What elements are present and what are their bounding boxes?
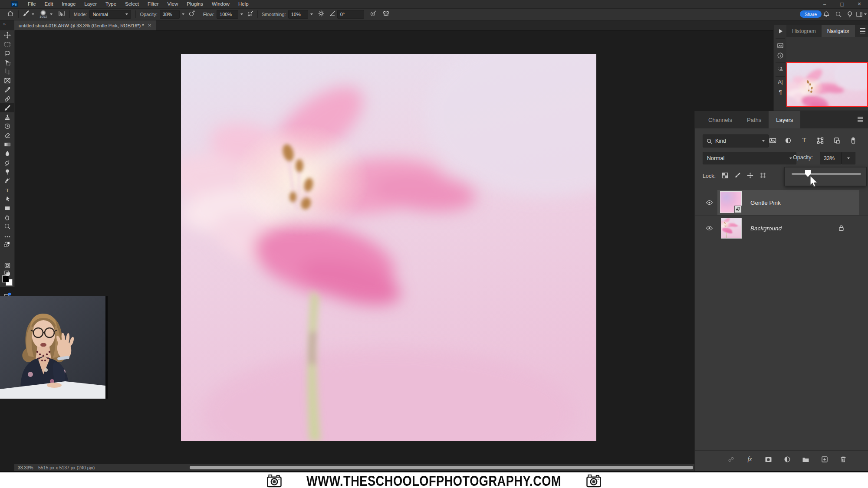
libraries-panel-icon[interactable] bbox=[774, 42, 787, 49]
add-layer-mask-icon[interactable] bbox=[759, 456, 778, 463]
layer-style-fx-icon[interactable]: fx bbox=[740, 456, 759, 463]
menu-view[interactable]: View bbox=[163, 0, 183, 8]
learn-lightbulb-icon[interactable] bbox=[846, 11, 853, 20]
menu-plugins[interactable]: Plugins bbox=[182, 0, 207, 8]
search-icon[interactable] bbox=[835, 11, 842, 20]
flow-input[interactable]: 100% bbox=[217, 10, 238, 19]
workspace-switcher-icon[interactable] bbox=[856, 11, 863, 20]
menu-type[interactable]: Type bbox=[101, 0, 121, 8]
character-panel-icon[interactable]: A| bbox=[774, 79, 787, 85]
link-layers-icon[interactable] bbox=[722, 456, 740, 463]
eyedropper-tool[interactable] bbox=[0, 85, 14, 94]
menu-window[interactable]: Window bbox=[207, 0, 234, 8]
navigator-panel-menu-icon[interactable] bbox=[860, 28, 865, 33]
pen-tool[interactable] bbox=[0, 176, 14, 185]
mode-select[interactable]: Normal bbox=[89, 10, 131, 19]
spot-healing-brush-tool[interactable] bbox=[0, 94, 14, 103]
zoom-level-field[interactable]: 33.33% bbox=[18, 465, 33, 470]
rectangular-marquee-tool[interactable] bbox=[0, 39, 14, 49]
menu-select[interactable]: Select bbox=[121, 0, 143, 8]
new-adjustment-layer-icon[interactable] bbox=[778, 456, 796, 463]
layer-thumbnail-background[interactable] bbox=[721, 218, 742, 239]
frame-tool[interactable] bbox=[0, 76, 14, 85]
gradient-tool[interactable] bbox=[0, 140, 14, 149]
crop-tool[interactable] bbox=[0, 67, 14, 76]
opacity-chevron[interactable] bbox=[182, 13, 184, 15]
delete-layer-trash-icon[interactable] bbox=[834, 456, 852, 463]
layer-name[interactable]: Background bbox=[750, 216, 782, 241]
layer-filter-kind-select[interactable]: Kind bbox=[703, 134, 769, 147]
workspace-chevron[interactable] bbox=[864, 13, 867, 15]
status-flyout-chevron[interactable]: > bbox=[89, 465, 92, 470]
layer-name[interactable]: Gentle Pink bbox=[750, 190, 781, 215]
lock-position-icon[interactable] bbox=[747, 172, 753, 180]
layers-opacity-input[interactable]: 33% bbox=[820, 152, 842, 164]
swap-colors-icon[interactable] bbox=[0, 240, 14, 249]
tab-paths[interactable]: Paths bbox=[740, 111, 769, 128]
clone-source-panel-icon[interactable] bbox=[774, 66, 787, 72]
move-tool[interactable] bbox=[0, 30, 14, 39]
type-tool[interactable]: T bbox=[0, 185, 14, 194]
flow-chevron[interactable] bbox=[240, 13, 243, 15]
new-group-folder-icon[interactable] bbox=[796, 456, 815, 463]
close-button[interactable]: ✕ bbox=[851, 0, 868, 8]
filter-type-layers-icon[interactable]: T bbox=[798, 134, 811, 147]
document-tab-close-icon[interactable]: ✕ bbox=[148, 23, 151, 28]
flow-pressure-icon[interactable] bbox=[370, 10, 377, 19]
navigator-proxy-view[interactable] bbox=[786, 62, 868, 107]
toggle-brush-panel-icon[interactable] bbox=[58, 10, 65, 19]
brush-angle-input[interactable]: 0° bbox=[337, 10, 364, 19]
tab-histogram[interactable]: Histogram bbox=[786, 25, 822, 37]
menu-help[interactable]: Help bbox=[234, 0, 253, 8]
brush-tool[interactable] bbox=[0, 103, 14, 112]
maximize-button[interactable]: ▢ bbox=[833, 0, 851, 8]
smoothing-chevron[interactable] bbox=[310, 13, 313, 15]
home-icon[interactable] bbox=[7, 10, 14, 19]
opacity-slider-track[interactable] bbox=[792, 173, 861, 175]
object-selection-tool[interactable] bbox=[0, 58, 14, 67]
layer-thumbnail-gentle-pink[interactable] bbox=[720, 191, 742, 213]
filter-pixel-layers-icon[interactable] bbox=[766, 134, 779, 147]
dodge-tool[interactable] bbox=[0, 167, 14, 176]
zoom-tool[interactable] bbox=[0, 222, 14, 231]
document-tab[interactable]: untitled shoot-016.ARW @ 33.3% (Gentle P… bbox=[14, 20, 156, 30]
tab-channels[interactable]: Channels bbox=[701, 111, 740, 128]
opacity-input[interactable]: 38% bbox=[160, 10, 180, 19]
lock-artboard-icon[interactable] bbox=[760, 172, 766, 180]
opacity-pressure-icon[interactable] bbox=[188, 10, 195, 19]
menu-edit[interactable]: Edit bbox=[40, 0, 58, 8]
smoothing-gear-icon[interactable] bbox=[318, 10, 325, 19]
layers-panel-menu-icon[interactable] bbox=[858, 117, 863, 122]
tab-layers[interactable]: Layers bbox=[769, 111, 800, 128]
lasso-tool[interactable] bbox=[0, 49, 14, 58]
actions-panel-icon[interactable] bbox=[774, 28, 787, 35]
document-canvas-image[interactable] bbox=[181, 54, 596, 441]
smoothing-input[interactable]: 10% bbox=[288, 10, 308, 19]
smudge-tool[interactable] bbox=[0, 158, 14, 167]
notifications-bell-icon[interactable] bbox=[823, 11, 830, 20]
layer-row-gentle-pink[interactable]: Gentle Pink bbox=[695, 190, 868, 215]
tools-overflow-icon[interactable]: » bbox=[3, 21, 6, 26]
brush-preset-icon[interactable] bbox=[23, 10, 30, 19]
minimize-button[interactable]: – bbox=[816, 0, 833, 8]
symmetry-butterfly-icon[interactable] bbox=[382, 10, 390, 19]
new-layer-icon[interactable] bbox=[815, 456, 834, 463]
path-selection-tool[interactable] bbox=[0, 194, 14, 203]
filter-smart-objects-icon[interactable] bbox=[830, 134, 843, 147]
layers-opacity-chevron[interactable] bbox=[842, 152, 855, 164]
filter-toggle-switch[interactable] bbox=[847, 134, 860, 147]
clone-stamp-tool[interactable] bbox=[0, 112, 14, 121]
menu-filter[interactable]: Filter bbox=[143, 0, 163, 8]
blend-mode-select[interactable]: Normal bbox=[703, 152, 796, 164]
menu-layer[interactable]: Layer bbox=[80, 0, 101, 8]
tab-navigator[interactable]: Navigator bbox=[822, 25, 855, 37]
brush-tip-chevron[interactable] bbox=[50, 13, 53, 15]
foreground-color-swatch[interactable] bbox=[2, 275, 9, 282]
brush-preset-chevron[interactable] bbox=[32, 13, 34, 15]
rectangle-tool[interactable] bbox=[0, 203, 14, 213]
filter-shape-layers-icon[interactable] bbox=[814, 134, 827, 147]
layer-visibility-eye-icon[interactable] bbox=[701, 216, 717, 241]
airbrush-icon[interactable] bbox=[247, 10, 254, 19]
brush-tip-preview[interactable]: 1052 bbox=[39, 10, 47, 19]
blur-tool[interactable] bbox=[0, 149, 14, 158]
